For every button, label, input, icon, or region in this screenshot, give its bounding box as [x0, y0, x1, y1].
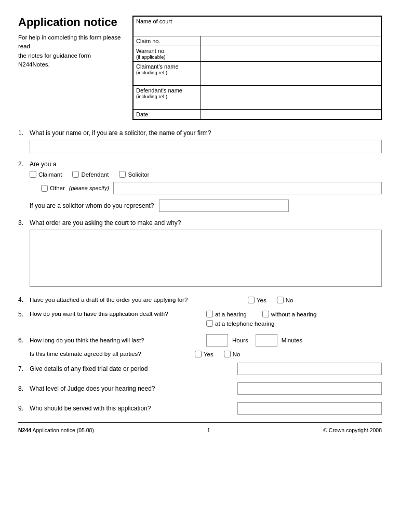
q6-yes-option[interactable]: Yes — [195, 351, 214, 357]
date-value[interactable] — [201, 110, 381, 119]
q4-text: Have you attached a draft of the order y… — [30, 297, 248, 303]
claimant-name-value[interactable] — [201, 62, 381, 86]
q5-telephone-option[interactable]: at a telephone hearing — [206, 320, 274, 327]
page-footer: N244 Application notice (05.08) 1 © Crow… — [18, 427, 382, 433]
claimant-option[interactable]: Claimant — [30, 171, 62, 178]
q6-minutes-input[interactable] — [256, 334, 277, 347]
q1-text: What is your name or, if you are a solic… — [30, 129, 211, 137]
q9-input[interactable] — [237, 402, 382, 415]
defendant-name-value[interactable] — [201, 86, 381, 110]
defendant-checkbox[interactable] — [72, 171, 79, 178]
q6-hours-input[interactable] — [206, 334, 228, 347]
q6-no-option[interactable]: No — [224, 351, 241, 357]
court-info-table: Name of court Claim no. Warrant no. (if … — [132, 16, 382, 120]
q4-yes-checkbox[interactable] — [248, 297, 255, 303]
q1-number: 1. — [18, 129, 30, 137]
solicitor-question-text: If you are a solicitor whom do you repre… — [30, 202, 154, 209]
warrant-no-label: Warrant no. (if applicable) — [134, 46, 201, 62]
q4-no-checkbox[interactable] — [277, 297, 284, 303]
q6-agreed-text: Is this time estimate agreed by all part… — [30, 351, 195, 357]
q8-input[interactable] — [237, 382, 382, 395]
question-1: 1. What is your name or, if you are a so… — [18, 129, 382, 153]
question-8: 8. What level of Judge does your hearing… — [18, 382, 382, 395]
q6-text: How long do you think the hearing will l… — [30, 337, 206, 343]
q4-no-option[interactable]: No — [277, 297, 294, 303]
question-6: 6. How long do you think the hearing wil… — [18, 334, 382, 357]
q5-text: How do you want to have this application… — [30, 311, 206, 317]
defendant-name-label: Defendant's name (including ref.) — [134, 86, 201, 110]
q3-number: 3. — [18, 219, 30, 227]
q6-hours-label: Hours — [232, 337, 248, 343]
defendant-option[interactable]: Defendant — [72, 171, 109, 178]
q2-text: Are you a — [30, 161, 56, 168]
q5-without-hearing-option[interactable]: without a hearing — [262, 311, 317, 317]
q9-number: 9. — [18, 405, 30, 412]
q4-yes-option[interactable]: Yes — [248, 297, 266, 303]
claimant-checkbox[interactable] — [30, 171, 36, 178]
q5-telephone-checkbox[interactable] — [206, 320, 213, 327]
q5-number: 5. — [18, 311, 30, 318]
q7-text: Give details of any fixed trial date or … — [30, 365, 237, 373]
q7-input[interactable] — [237, 363, 382, 375]
q7-number: 7. — [18, 365, 30, 373]
q6-minutes-label: Minutes — [282, 337, 302, 343]
claimant-name-label: Claimant's name (including ref.) — [134, 62, 201, 86]
q1-input[interactable] — [30, 140, 382, 153]
q5-hearing-checkbox[interactable] — [206, 311, 213, 317]
date-label: Date — [134, 110, 201, 119]
solicitor-checkbox[interactable] — [119, 171, 126, 178]
q3-textarea[interactable] — [30, 230, 382, 287]
name-of-court-label: Name of court — [134, 17, 381, 36]
intro-text: For help in completing this form please … — [18, 33, 122, 69]
other-checkbox[interactable] — [41, 185, 48, 192]
q5-without-hearing-checkbox[interactable] — [262, 311, 269, 317]
claim-no-value[interactable] — [201, 36, 381, 46]
other-option[interactable]: Other — [41, 185, 65, 192]
warrant-no-value[interactable] — [201, 46, 381, 62]
question-9: 9. Who should be served with this applic… — [18, 402, 382, 415]
question-5: 5. How do you want to have this applicat… — [18, 311, 382, 327]
q6-no-checkbox[interactable] — [224, 351, 231, 357]
other-specify-input[interactable] — [113, 182, 382, 194]
solicitor-represent-input[interactable] — [159, 200, 289, 212]
footer-copyright: © Crown copyright 2008 — [323, 427, 382, 433]
page-title: Application notice — [18, 16, 122, 29]
q8-text: What level of Judge does your hearing ne… — [30, 385, 237, 392]
question-7: 7. Give details of any fixed trial date … — [18, 363, 382, 375]
q4-number: 4. — [18, 296, 30, 303]
q6-yes-checkbox[interactable] — [195, 351, 202, 357]
solicitor-option[interactable]: Solicitor — [119, 171, 149, 178]
q5-options: at a hearing without a hearing at a tele… — [206, 311, 316, 327]
q6-time: Hours Minutes — [206, 334, 305, 347]
q3-text: What order are you asking the court to m… — [30, 219, 181, 227]
q6-number: 6. — [18, 337, 30, 344]
footer-divider — [18, 422, 382, 423]
q2-number: 2. — [18, 161, 30, 168]
other-specify-label: (please specify) — [69, 185, 109, 191]
claim-no-label: Claim no. — [134, 36, 201, 46]
question-3: 3. What order are you asking the court t… — [18, 219, 382, 288]
footer-form-ref: N244 Application notice (05.08) — [18, 427, 94, 433]
q9-text: Who should be served with this applicati… — [30, 405, 237, 412]
question-4: 4. Have you attached a draft of the orde… — [18, 296, 382, 303]
q5-hearing-option[interactable]: at a hearing — [206, 311, 247, 317]
question-2: 2. Are you a Claimant Defendant Solicito… — [18, 161, 382, 212]
footer-page-number: 1 — [207, 427, 210, 433]
q8-number: 8. — [18, 385, 30, 392]
